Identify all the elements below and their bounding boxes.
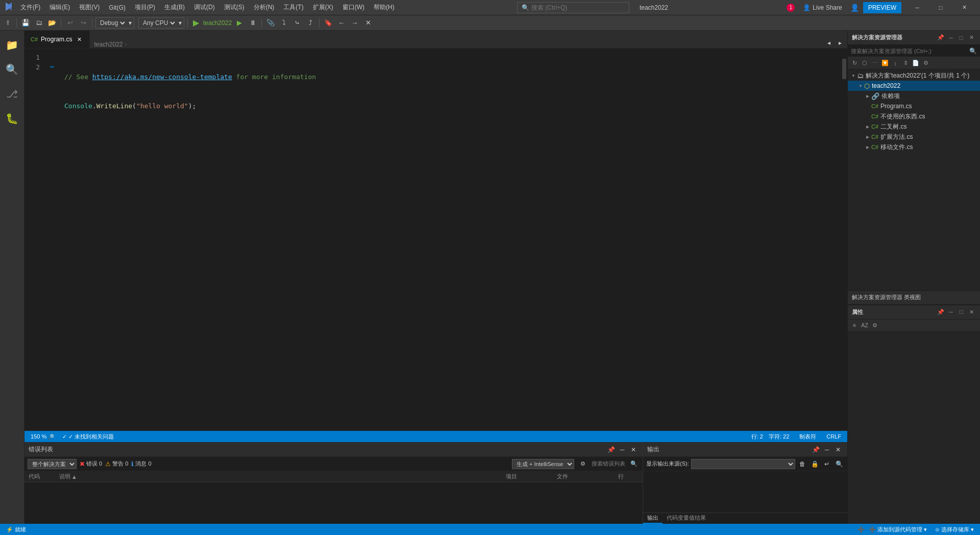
solution-close-btn[interactable]: ✕ [967,33,976,42]
code-content-area[interactable]: // See https://aka.ms/new-console-templa… [62,48,841,431]
output-panel-close-btn[interactable]: ✕ [833,445,843,455]
platform-dropdown[interactable]: Any CPU ▾ [138,17,184,29]
toolbar-undo-btn[interactable]: ↩ [64,17,76,29]
tree-solution-root[interactable]: ▼ 🗂 解决方案'teach2022'(1 个项目/共 1 个) [848,70,980,81]
solution-pin-btn[interactable]: 📌 [936,33,945,42]
status-line-col[interactable]: 行: 2 字符: 22 [749,431,792,442]
output-clear-btn[interactable]: 🗑 [797,459,807,469]
toolbar-open-btn[interactable]: 📂 [46,17,58,29]
output-find-btn[interactable]: 🔍 [834,459,844,469]
output-word-wrap-btn[interactable]: ↵ [822,459,832,469]
tree-dependencies[interactable]: ▶ 🔗 依赖项 [848,91,980,101]
status-select-repo[interactable]: ⊙ 选择存储库 ▾ [933,524,976,535]
sol-tb-btn-expand[interactable]: ↕ [891,59,900,68]
toolbar-save-all-btn[interactable]: 🗂 [33,17,44,29]
output-tab-variables[interactable]: 代码变量值结果 [663,513,710,524]
toolbar-bookmark-next-btn[interactable]: → [349,17,360,29]
search-input[interactable] [531,4,618,11]
props-pin-btn[interactable]: 📌 [936,307,945,317]
status-add-source[interactable]: ➕ ➕ 添加到源代码管理 ▾ [855,524,929,535]
tab-close-button[interactable]: ✕ [75,35,83,43]
tab-scroll-right-btn[interactable]: ▸ [835,38,845,48]
menu-project[interactable]: 项目(P) [131,1,159,15]
global-search-box[interactable]: 🔍 [517,2,629,13]
menu-git[interactable]: Git(G) [105,1,130,15]
activity-explorer[interactable]: 📁 [0,33,24,57]
toolbar-new-btn[interactable]: ⬆ [2,17,13,29]
sol-tb-btn-filter[interactable]: 🔽 [880,59,890,68]
activity-git[interactable]: ⎇ [0,82,24,106]
menu-edit[interactable]: 编辑(E) [45,1,74,15]
solution-minimize-btn[interactable]: ─ [946,33,955,42]
tab-scroll-left-btn[interactable]: ◂ [824,38,834,48]
menu-view[interactable]: 视图(V) [75,1,104,15]
toolbar-save-btn[interactable]: 💾 [20,17,31,29]
props-settings-btn[interactable]: ⚙ [870,321,879,330]
tree-project[interactable]: ▼ ⬡ teach2022 [848,81,980,91]
account-icon[interactable]: 👤 [850,4,859,12]
config-dropdown[interactable]: Debug ▾ [95,17,134,29]
menu-build[interactable]: 生成(B) [160,1,189,15]
code-editor[interactable]: 1 2 ✏ // See https://aka.ms/new-console-… [24,48,847,431]
config-select[interactable]: Debug [98,19,127,27]
toolbar-pause-btn[interactable]: ⏸ [247,17,258,29]
solution-maximize-btn[interactable]: □ [957,33,966,42]
toolbar-attach-btn[interactable]: 📎 [265,17,276,29]
minimize-button[interactable]: ─ [905,0,929,15]
sol-tb-btn-collapse[interactable]: ⇕ [901,59,910,68]
output-panel-pin-btn[interactable]: 📌 [811,445,821,455]
build-filter-dropdown[interactable]: 生成 + IntelliSense [512,459,574,469]
class-view-divider[interactable]: 解决方案资源管理器 类视图 [848,290,980,305]
run-button[interactable]: ▶ [191,18,201,28]
editor-scrollbar-v[interactable] [841,48,847,431]
activity-search[interactable]: 🔍 [0,57,24,82]
col-desc-header[interactable]: 说明 ▲ [59,473,506,480]
preview-button[interactable]: PREVIEW [863,2,901,13]
toolbar-bookmark-clear-btn[interactable]: ✕ [362,17,374,29]
error-panel-pin-btn[interactable]: 📌 [606,445,616,455]
error-panel-close-btn[interactable]: ✕ [628,445,639,455]
props-category-btn[interactable]: ≡ [850,321,859,330]
menu-window[interactable]: 窗口(W) [338,1,369,15]
solution-search-icon[interactable]: 🔍 [969,47,977,55]
menu-test[interactable]: 测试(S) [220,1,249,15]
toolbar-bookmark-prev-btn[interactable]: ← [336,17,347,29]
error-scope-dropdown[interactable]: 整个解决方案 [28,459,77,469]
status-indent[interactable]: 制表符 [797,431,818,442]
output-source-select[interactable] [691,459,795,469]
toolbar-step-into-btn[interactable]: ⤷ [291,17,303,29]
search-errors-btn[interactable]: 🔍 [628,458,640,470]
props-close-btn[interactable]: ✕ [967,307,976,317]
activity-debug[interactable]: 🐛 [0,106,24,131]
menu-file[interactable]: 文件(F) [16,1,44,15]
toolbar-redo-btn[interactable]: ↪ [78,17,89,29]
tab-program-cs[interactable]: C# Program.cs ✕ [24,31,90,48]
sol-tb-btn-1[interactable]: ↻ [850,59,859,68]
status-zoom[interactable]: 150 % 🔎 [29,431,56,442]
output-tab-output[interactable]: 输出 [643,513,663,524]
toolbar-bookmark-btn[interactable]: 🔖 [323,17,334,29]
notification-badge[interactable]: 1 [787,4,795,12]
tree-program-cs[interactable]: ▶ C# Program.cs [848,101,980,111]
output-panel-collapse-btn[interactable]: ─ [822,445,832,455]
sol-tb-btn-new[interactable]: 📄 [911,59,920,68]
toolbar-step-over-btn[interactable]: ⤵ [278,17,289,29]
menu-analyze[interactable]: 分析(N) [250,1,279,15]
status-connection[interactable]: ⚡ 就绪 [4,524,28,535]
menu-tools[interactable]: 工具(T) [279,1,307,15]
menu-debug[interactable]: 调试(D) [190,1,219,15]
toolbar-run-btn2[interactable]: ▶ [234,17,245,29]
code-link[interactable]: https://aka.ms/new-console-template [92,72,232,82]
output-scroll-lock-btn[interactable]: 🔒 [810,459,820,469]
props-maximize-btn[interactable]: □ [957,307,966,317]
sol-tb-btn-3[interactable]: ⋯ [870,59,879,68]
error-panel-collapse-btn[interactable]: ─ [617,445,627,455]
menu-extensions[interactable]: 扩展(X) [309,1,337,15]
sol-tb-btn-settings[interactable]: ⚙ [921,59,930,68]
toolbar-step-out-btn[interactable]: ⤴ [305,17,316,29]
tree-move-cs[interactable]: ▶ C# 移动文件.cs [848,142,980,152]
status-issues[interactable]: ✓ ✓ 未找到相关问题 [60,431,116,442]
tree-btree-cs[interactable]: ▶ C# 二叉树.cs [848,121,980,132]
props-minimize-btn[interactable]: ─ [946,307,955,317]
tree-unused-cs[interactable]: ▶ C# 不使用的东西.cs [848,111,980,121]
